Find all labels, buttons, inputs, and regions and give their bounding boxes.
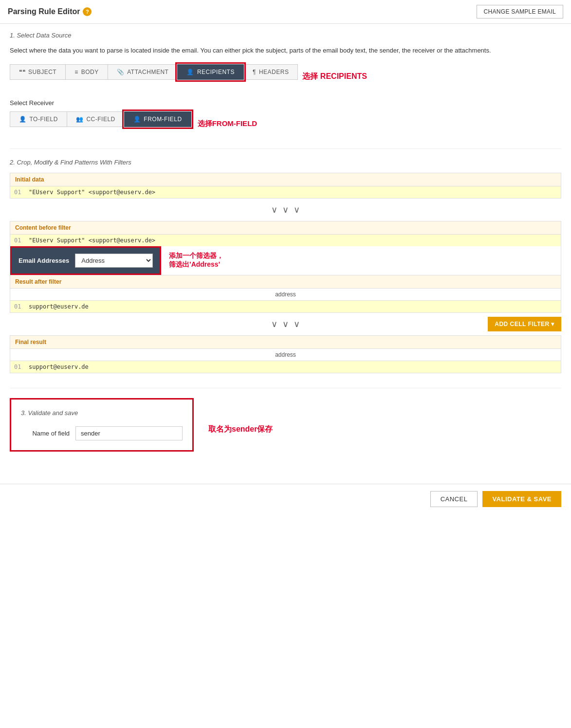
- cancel-button[interactable]: CANCEL: [430, 491, 478, 507]
- body-icon: ≡: [74, 69, 78, 75]
- initial-data-header: Initial data: [10, 173, 561, 186]
- result-after-filter-header: Result after filter: [10, 275, 561, 289]
- add-cell-filter-container: ADD CELL FILTER ▾: [488, 317, 561, 331]
- tab-recipients[interactable]: 👤 RECIPIENTS: [177, 64, 244, 80]
- data-source-tabs: ❝❝ SUBJECT ≡ BODY 📎 ATTACHMENT 👤 RECIPIE…: [10, 64, 297, 80]
- step2-section: 2. Crop, Modify & Find Patterns With Fil…: [10, 159, 561, 373]
- result-col-header: address: [10, 289, 561, 301]
- step3-label: 3. Validate and save: [21, 409, 183, 417]
- chevron-down-1: ∨: [271, 204, 277, 215]
- sub-tabs-annotation-row: 👤 TO-FIELD 👥 CC-FIELD 👤 FROM-FIELD 选择FRO…: [10, 111, 561, 137]
- sub-tabs: 👤 TO-FIELD 👥 CC-FIELD 👤 FROM-FIELD: [10, 111, 191, 127]
- recipients-icon: 👤: [186, 69, 194, 75]
- final-result-header: Final result: [10, 336, 561, 349]
- final-row-num: 01: [14, 364, 26, 370]
- section-divider-2: [10, 388, 561, 388]
- validate-section: 3. Validate and save Name of field: [10, 398, 194, 452]
- chevron-down-4: ∨: [271, 319, 277, 329]
- save-annotation: 取名为sender保存: [208, 424, 273, 435]
- content-before-row-num: 01: [14, 237, 26, 244]
- content-before-filter-table: Content before filter 01 "EUserv Support…: [10, 221, 561, 275]
- tab-body[interactable]: ≡ BODY: [65, 64, 108, 80]
- sub-tab-to-field[interactable]: 👤 TO-FIELD: [10, 111, 67, 127]
- cc-field-icon: 👥: [76, 116, 84, 123]
- tabs-annotation-row: ❝❝ SUBJECT ≡ BODY 📎 ATTACHMENT 👤 RECIPIE…: [10, 64, 561, 90]
- validate-row-outer: 3. Validate and save Name of field 取名为se…: [10, 398, 561, 461]
- page-title: Parsing Rule Editor: [8, 7, 80, 16]
- tab-attachment[interactable]: 📎 ATTACHMENT: [108, 64, 178, 80]
- step2-label: 2. Crop, Modify & Find Patterns With Fil…: [10, 159, 561, 166]
- step3-section: 3. Validate and save Name of field 取名为se…: [10, 398, 561, 461]
- result-after-filter-table: Result after filter address 01 support@e…: [10, 275, 561, 313]
- chevrons-1: ∨ ∨ ∨: [10, 204, 561, 215]
- filter-label: Email Addresses: [18, 257, 69, 264]
- select-receiver-label: Select Receiver: [10, 99, 561, 107]
- initial-data-row: 01 "EUserv Support" <support@euserv.de>: [10, 186, 561, 198]
- final-row-value: support@euserv.de: [29, 364, 89, 370]
- name-of-field-input[interactable]: [75, 426, 183, 440]
- headers-icon: ¶: [253, 69, 256, 75]
- bottom-buttons: CANCEL VALIDATE & SAVE: [0, 484, 571, 514]
- to-field-icon: 👤: [19, 116, 27, 123]
- content-before-row: 01 "EUserv Support" <support@euserv.de>: [10, 235, 561, 246]
- from-field-icon: 👤: [133, 116, 141, 123]
- final-col-header: address: [10, 349, 561, 361]
- field-row: Name of field: [21, 426, 183, 440]
- filter-box: Email Addresses Address Name Full: [10, 246, 161, 275]
- final-result-row: 01 support@euserv.de: [10, 361, 561, 373]
- tab-headers[interactable]: ¶ HEADERS: [243, 64, 298, 80]
- subject-icon: ❝❝: [19, 69, 25, 75]
- step1-section: 1. Select Data Source Select where the d…: [10, 32, 561, 137]
- filter-annotation: 添加一个筛选器， 筛选出'Address': [169, 252, 223, 269]
- chevron-down-5: ∨: [282, 319, 289, 329]
- initial-row-value: "EUserv Support" <support@euserv.de>: [29, 189, 155, 196]
- sub-tab-cc-field[interactable]: 👥 CC-FIELD: [67, 111, 125, 127]
- result-after-row: 01 support@euserv.de: [10, 301, 561, 312]
- initial-row-num: 01: [14, 189, 26, 196]
- content-before-row-value: "EUserv Support" <support@euserv.de>: [29, 237, 155, 244]
- filter-select[interactable]: Address Name Full: [75, 254, 153, 268]
- header-title-group: Parsing Rule Editor ?: [8, 7, 92, 16]
- final-result-table: Final result address 01 support@euserv.d…: [10, 335, 561, 373]
- from-field-annotation: 选择FROM-FIELD: [198, 119, 257, 128]
- help-icon[interactable]: ?: [83, 7, 92, 16]
- chevron-down-6: ∨: [294, 319, 300, 329]
- chevrons-with-btn: ∨ ∨ ∨ ADD CELL FILTER ▾: [10, 319, 561, 329]
- result-after-row-num: 01: [14, 303, 26, 310]
- result-after-row-value: support@euserv.de: [29, 303, 89, 310]
- field-label: Name of field: [21, 430, 70, 437]
- section-divider-1: [10, 148, 561, 149]
- change-sample-email-button[interactable]: CHANGE SAMPLE EMAIL: [477, 5, 563, 18]
- step1-description: Select where the data you want to parse …: [10, 46, 561, 55]
- initial-data-table: Initial data 01 "EUserv Support" <suppor…: [10, 173, 561, 199]
- add-cell-filter-button[interactable]: ADD CELL FILTER ▾: [488, 317, 561, 331]
- main-content: 1. Select Data Source Select where the d…: [0, 24, 571, 484]
- chevron-down-2: ∨: [282, 204, 289, 215]
- attachment-icon: 📎: [117, 69, 125, 75]
- page-header: Parsing Rule Editor ? CHANGE SAMPLE EMAI…: [0, 0, 571, 24]
- sub-tab-from-field[interactable]: 👤 FROM-FIELD: [124, 111, 191, 127]
- tab-subject[interactable]: ❝❝ SUBJECT: [10, 64, 66, 80]
- chevron-down-3: ∨: [294, 204, 300, 215]
- validate-save-button[interactable]: VALIDATE & SAVE: [482, 491, 561, 507]
- chevrons-2: ∨ ∨ ∨: [271, 319, 300, 329]
- filter-box-row: Email Addresses Address Name Full 添加一个筛选…: [10, 246, 561, 275]
- recipients-annotation: 选择 RECIPIENTS: [302, 72, 367, 82]
- content-before-header: Content before filter: [10, 221, 561, 235]
- step1-label: 1. Select Data Source: [10, 32, 561, 39]
